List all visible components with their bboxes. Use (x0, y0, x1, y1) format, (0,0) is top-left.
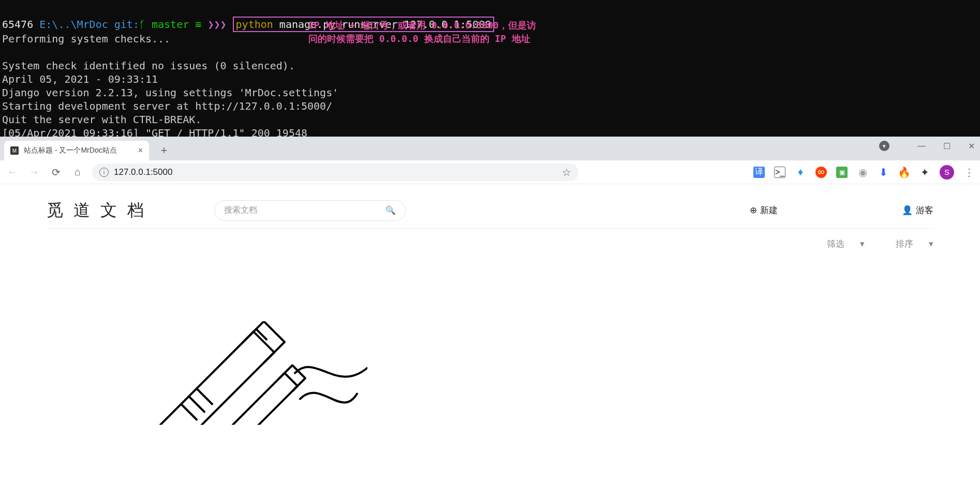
annotation-text: IP 地址 + 端口号；或者用 0.0.0.0:5000，但是访 (308, 19, 536, 32)
translate-extension-icon[interactable]: 译 (753, 167, 765, 178)
chevron-down-icon: ▾ (860, 239, 865, 249)
prompt-number: 65476 (2, 18, 33, 31)
terminal-line: Django version 2.2.13, using settings 'M… (2, 86, 338, 99)
user-menu[interactable]: 👤 游客 (902, 204, 933, 216)
address-bar[interactable]: i 127.0.0.1:5000 ☆ (92, 163, 578, 181)
green-extension-icon[interactable]: ▣ (836, 167, 848, 178)
filter-label: 筛选 (827, 238, 844, 250)
url-text: 127.0.0.1:5000 (114, 167, 172, 177)
new-tab-button[interactable]: + (156, 143, 172, 158)
branch-icon: ᚶ (139, 18, 145, 31)
devtools-extension-icon[interactable]: >_ (774, 167, 785, 178)
close-window-icon[interactable]: ✕ (968, 141, 975, 151)
back-button[interactable]: ← (5, 165, 20, 180)
sort-dropdown[interactable]: 排序 ▾ (896, 238, 933, 250)
site-header: 觅 道 文 档 搜索文档 🔍 ⊕ 新建 👤 游客 (47, 192, 933, 229)
terminal-line: Performing system checks... (2, 33, 170, 45)
infinity-extension-icon[interactable]: ∞ (815, 167, 827, 178)
home-button[interactable]: ⌂ (70, 165, 85, 180)
empty-state-illustration (150, 321, 933, 427)
search-input[interactable]: 搜索文档 🔍 (214, 200, 406, 221)
download-indicator-icon[interactable]: ▾ (879, 141, 889, 151)
terminal-line: Starting development server at http://12… (2, 100, 332, 112)
extensions-area: 译 >_ ♦ ∞ ▣ ◉ ⬇ 🔥 ✦ S ⋮ (753, 165, 975, 180)
new-doc-label: 新建 (760, 204, 778, 216)
prompt-path: E:\..\MrDoc (39, 18, 108, 31)
flame-extension-icon[interactable]: 🔥 (898, 167, 910, 178)
tampermonkey-extension-icon[interactable]: ◉ (857, 167, 868, 178)
minimize-icon[interactable]: — (917, 141, 926, 151)
terminal-line: System check identified no issues (0 sil… (2, 59, 295, 72)
site-logo[interactable]: 觅 道 文 档 (47, 199, 147, 222)
vue-extension-icon[interactable]: ♦ (795, 167, 806, 178)
tab-favicon: M (10, 146, 19, 155)
chrome-menu-icon[interactable]: ⋮ (963, 167, 975, 178)
terminal-output: 65476 E:\..\MrDoc git:ᚶ master ≡ ❯❯❯ pyt… (0, 0, 980, 137)
user-label: 游客 (916, 204, 933, 216)
browser-toolbar: ← → ⟳ ⌂ i 127.0.0.1:5000 ☆ 译 >_ ♦ ∞ ▣ ◉ … (0, 160, 980, 184)
forward-button[interactable]: → (27, 165, 41, 180)
prompt-arrows: ❯❯❯ (207, 18, 226, 31)
browser-tab-strip: M 站点标题 - 又一个MrDoc站点 × + ▾ — ☐ ✕ (0, 137, 980, 160)
site-info-icon[interactable]: i (99, 168, 109, 177)
branch-name: master (152, 18, 189, 31)
search-placeholder: 搜索文档 (224, 205, 257, 216)
new-doc-button[interactable]: ⊕ 新建 (750, 204, 778, 216)
terminal-line: April 05, 2021 - 09:33:11 (2, 73, 158, 85)
page-content: 觅 道 文 档 搜索文档 🔍 ⊕ 新建 👤 游客 筛选 ▾ 排序 ▾ (0, 184, 980, 427)
profile-avatar[interactable]: S (940, 165, 954, 180)
annotation-text: 问的时候需要把 0.0.0.0 换成自己当前的 IP 地址 (308, 32, 530, 46)
git-status-icon: ≡ (195, 18, 201, 31)
filter-dropdown[interactable]: 筛选 ▾ (827, 238, 865, 250)
user-icon: 👤 (902, 205, 913, 216)
window-controls: ▾ — ☐ ✕ (879, 141, 975, 151)
sort-label: 排序 (896, 238, 913, 250)
tab-title: 站点标题 - 又一个MrDoc站点 (24, 146, 117, 155)
filter-bar: 筛选 ▾ 排序 ▾ (47, 229, 933, 259)
tab-close-icon[interactable]: × (138, 146, 143, 155)
browser-tab[interactable]: M 站点标题 - 又一个MrDoc站点 × (4, 141, 149, 160)
download-extension-icon[interactable]: ⬇ (878, 167, 889, 178)
maximize-icon[interactable]: ☐ (943, 141, 951, 151)
plus-circle-icon: ⊕ (750, 205, 757, 216)
git-label: git: (114, 18, 139, 31)
reload-button[interactable]: ⟳ (49, 165, 63, 180)
search-icon[interactable]: 🔍 (385, 205, 396, 215)
chevron-down-icon: ▾ (929, 239, 933, 249)
extensions-menu-icon[interactable]: ✦ (919, 167, 930, 178)
bookmark-star-icon[interactable]: ☆ (562, 166, 571, 178)
terminal-line: Quit the server with CTRL-BREAK. (2, 113, 201, 126)
